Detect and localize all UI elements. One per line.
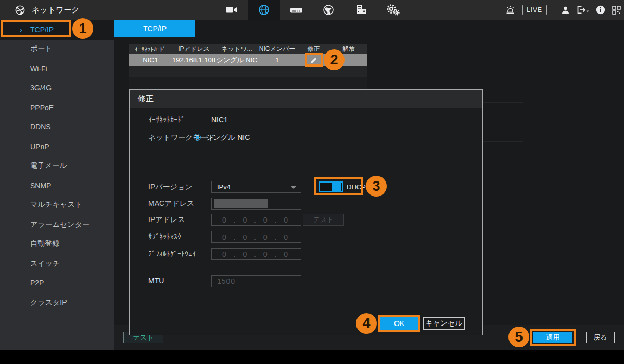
titlebar: ネットワーク xyxy=(0,0,624,20)
ethernet-card-value: NIC1 xyxy=(211,114,228,126)
sidebar-item-pppoe[interactable]: PPPoE xyxy=(0,98,114,118)
table-row-nic1[interactable]: NIC1 192.168.1.108 シングル NIC 1 xyxy=(129,54,367,66)
network-logo-icon xyxy=(15,5,26,16)
col-network-mode: ネットワ... xyxy=(216,45,258,54)
dialog-title: 修正 xyxy=(130,90,482,108)
tab-tcpip[interactable]: TCP/IP xyxy=(114,20,195,37)
ip-version-row: IPバージョン IPv4 DHCP xyxy=(130,181,482,193)
single-nic-option-label: シングル NIC xyxy=(206,132,250,144)
section-divider xyxy=(138,268,474,268)
subnet-mask-field[interactable]: 0 . 0 . 0 . 0 xyxy=(211,231,301,243)
ip-address-row: IPアドレス 0 . 0 . 0 . 0 テスト xyxy=(130,214,482,226)
edit-nic-button[interactable] xyxy=(297,56,330,64)
col-ethernet-card: ｲｰｻﾈｯﾄｶｰﾄﾞ xyxy=(129,46,172,53)
col-ip-address: IPアドレス xyxy=(172,45,216,54)
nav-security[interactable] xyxy=(312,0,345,20)
table-row-empty xyxy=(129,77,367,89)
mac-address-row: MACアドレス xyxy=(130,198,482,210)
sidebar-item-cluster-ip[interactable]: クラスタIP xyxy=(0,293,114,313)
dhcp-toggle[interactable] xyxy=(319,181,343,192)
ip-test-button[interactable]: テスト xyxy=(303,214,344,226)
nav-settings[interactable] xyxy=(377,0,409,20)
page-title: ネットワーク xyxy=(32,5,80,15)
ok-button[interactable]: OK xyxy=(380,317,418,330)
subnet-mask-row: ｻﾌﾞﾈｯﾄﾏｽｸ 0 . 0 . 0 . 0 xyxy=(130,231,482,243)
settings-gears-icon xyxy=(386,4,400,16)
nav-system[interactable] xyxy=(345,0,377,20)
sidebar-item-multicast[interactable]: マルチキャスト xyxy=(0,196,114,215)
sidebar-item-port[interactable]: ポート xyxy=(0,40,114,59)
default-gateway-label: ﾃﾞﾌｫﾙﾄｹﾞｰﾄｳｪｲ xyxy=(148,248,196,260)
sidebar-item-snmp[interactable]: SNMP xyxy=(0,176,114,196)
nic-ip-value: 192.168.1.108 xyxy=(172,56,216,64)
divider xyxy=(554,5,554,15)
storage-icon xyxy=(290,6,303,15)
chevron-right-icon: › xyxy=(20,25,22,34)
security-globe-icon xyxy=(323,4,334,16)
default-gateway-field[interactable]: 0 . 0 . 0 . 0 xyxy=(211,248,301,260)
nav-camera[interactable] xyxy=(215,0,248,20)
sidebar-item-auto-register[interactable]: 自動登録 xyxy=(0,235,114,254)
alarm-icon[interactable] xyxy=(505,5,515,15)
screen: ネットワーク xyxy=(0,0,624,364)
nav-network[interactable] xyxy=(248,0,280,20)
logout-icon[interactable] xyxy=(577,6,589,14)
sidebar-item-tcpip[interactable]: › TCP/IP xyxy=(0,20,114,40)
table-header-row: ｲｰｻﾈｯﾄｶｰﾄﾞ IPアドレス ネットワ... NICメンバー 修正 解放 xyxy=(129,44,367,54)
ethernet-card-label: ｲｰｻﾈｯﾄｶｰﾄﾞ xyxy=(148,114,185,126)
ip-address-field[interactable]: 0 . 0 . 0 . 0 xyxy=(211,214,301,226)
mtu-label: MTU xyxy=(148,275,164,287)
mac-address-label: MACアドレス xyxy=(148,198,194,210)
user-icon[interactable] xyxy=(561,6,570,15)
col-nic-member: NICメンバー xyxy=(258,45,297,54)
sidebar: › TCP/IP ポート Wi-Fi 3G/4G PPPoE DDNS UPnP… xyxy=(0,20,114,350)
subnet-mask-label: ｻﾌﾞﾈｯﾄﾏｽｸ xyxy=(148,231,181,243)
apply-button[interactable]: 適用 xyxy=(533,332,572,343)
ip-address-label: IPアドレス xyxy=(148,214,185,226)
system-icon xyxy=(355,4,366,16)
ip-version-value: IPv4 xyxy=(217,183,231,191)
dialog-footer-divider xyxy=(130,314,482,314)
sidebar-item-ddns[interactable]: DDNS xyxy=(0,118,114,137)
back-button[interactable]: 戻る xyxy=(586,332,615,343)
ethernet-card-row: ｲｰｻﾈｯﾄｶｰﾄﾞ NIC1 xyxy=(130,114,482,126)
sidebar-item-p2p[interactable]: P2P xyxy=(0,274,114,293)
col-edit: 修正 xyxy=(297,45,330,54)
table-row-empty xyxy=(129,66,367,77)
mtu-row: MTU 1500 xyxy=(130,275,482,287)
nav-storage[interactable] xyxy=(280,0,312,20)
background-divider xyxy=(479,102,523,103)
nic-table: ｲｰｻﾈｯﾄｶｰﾄﾞ IPアドレス ネットワ... NICメンバー 修正 解放 … xyxy=(129,44,367,89)
edit-dialog: 修正 ｲｰｻﾈｯﾄｶｰﾄﾞ NIC1 ネットワークモード シングル NIC IP… xyxy=(129,89,483,335)
sidebar-item-upnp[interactable]: UPnP xyxy=(0,137,114,157)
mtu-field[interactable]: 1500 xyxy=(211,275,301,287)
col-unbind: 解放 xyxy=(330,45,367,54)
default-gateway-row: ﾃﾞﾌｫﾙﾄｹﾞｰﾄｳｪｲ 0 . 0 . 0 . 0 xyxy=(130,248,482,260)
nic-mode-value: シングル NIC xyxy=(216,56,258,65)
sidebar-item-wifi[interactable]: Wi-Fi xyxy=(0,59,114,79)
redacted-value xyxy=(214,199,268,208)
nic-card-value: NIC1 xyxy=(129,56,172,64)
network-mode-row: ネットワークモード シングル NIC xyxy=(130,132,482,144)
background-divider xyxy=(479,141,523,142)
titlebar-actions: LIVE xyxy=(505,0,621,20)
main-nav xyxy=(215,0,409,20)
sidebar-item-email[interactable]: 電子メール xyxy=(0,157,114,176)
nic-member-value: 1 xyxy=(258,56,297,64)
dhcp-label: DHCP xyxy=(347,181,366,193)
sidebar-item-alarm-center[interactable]: アラームセンター xyxy=(0,215,114,235)
network-globe-icon xyxy=(258,4,270,16)
camera-icon xyxy=(225,5,238,15)
live-button[interactable]: LIVE xyxy=(522,5,547,15)
sidebar-item-switch[interactable]: スイッチ xyxy=(0,254,114,274)
chevron-down-icon xyxy=(291,186,296,189)
single-nic-radio[interactable] xyxy=(194,134,201,141)
pencil-icon xyxy=(310,56,318,64)
info-icon[interactable] xyxy=(596,5,605,15)
mac-address-field[interactable] xyxy=(211,198,301,210)
ip-version-label: IPバージョン xyxy=(148,181,193,193)
qrcode-icon[interactable] xyxy=(612,6,621,15)
cancel-button[interactable]: キャンセル xyxy=(423,317,465,330)
sidebar-item-3g4g[interactable]: 3G/4G xyxy=(0,79,114,98)
ip-version-select[interactable]: IPv4 xyxy=(211,181,301,193)
